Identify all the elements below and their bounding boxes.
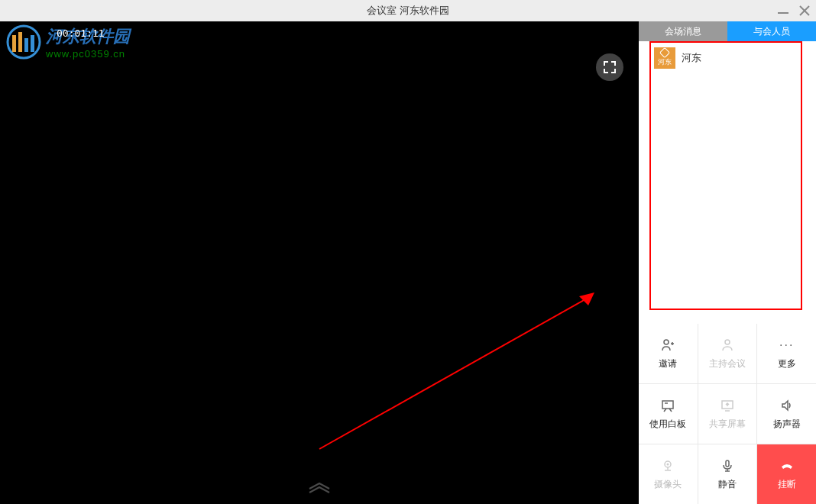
svg-rect-14 [662, 401, 673, 409]
svg-point-21 [667, 463, 669, 465]
whiteboard-button[interactable]: 使用白板 [639, 384, 698, 444]
expand-toolbar-button[interactable] [308, 481, 331, 496]
participant-item[interactable]: 河东 河东 [651, 43, 801, 73]
share-screen-icon [720, 398, 735, 413]
main-area: 河东软件园 www.pc0359.cn 00:01:11 会场消息 与会人员 [0, 21, 816, 504]
more-label: 更多 [778, 357, 796, 370]
participant-avatar: 河东 [654, 47, 675, 69]
participant-panel: 河东 河东 [639, 41, 816, 324]
invite-button[interactable]: 邀请 [639, 324, 698, 383]
action-grid: 邀请 主持会议 ··· 更多 使用白板 [639, 324, 816, 504]
speaker-label: 扬声器 [773, 418, 801, 431]
svg-rect-5 [18, 32, 22, 52]
call-timer: 00:01:11 [57, 27, 105, 39]
invite-label: 邀请 [659, 357, 677, 370]
video-area: 河东软件园 www.pc0359.cn 00:01:11 [0, 21, 639, 504]
window-controls [776, 0, 811, 21]
speaker-button[interactable]: 扬声器 [757, 384, 816, 444]
mute-button[interactable]: 静音 [698, 444, 757, 504]
camera-button[interactable]: 摄像头 [639, 444, 698, 504]
hangup-icon [779, 458, 795, 473]
svg-line-8 [319, 296, 591, 449]
annotation-arrow [312, 289, 602, 457]
more-icon: ··· [779, 338, 795, 353]
window-title: 会议室 河东软件园 [367, 4, 449, 18]
svg-point-10 [664, 340, 669, 344]
svg-rect-7 [31, 35, 34, 52]
side-panel: 会场消息 与会人员 河东 河东 邀请 [639, 21, 816, 504]
close-button[interactable] [798, 4, 811, 18]
titlebar: 会议室 河东软件园 [0, 0, 816, 21]
watermark-url: www.pc0359.cn [46, 48, 130, 60]
svg-point-13 [725, 340, 730, 344]
microphone-icon [720, 458, 735, 473]
host-icon [720, 338, 735, 353]
tab-messages[interactable]: 会场消息 [639, 21, 727, 41]
hangup-button[interactable]: 挂断 [757, 444, 816, 504]
host-label: 主持会议 [709, 357, 746, 370]
camera-label: 摄像头 [654, 478, 682, 491]
svg-marker-9 [579, 292, 594, 305]
more-button[interactable]: ··· 更多 [757, 324, 816, 383]
whiteboard-icon [660, 398, 675, 413]
minimize-button[interactable] [776, 4, 790, 18]
invite-icon [660, 338, 675, 353]
camera-icon [660, 458, 675, 473]
tab-participants[interactable]: 与会人员 [727, 21, 816, 41]
whiteboard-label: 使用白板 [649, 418, 686, 431]
annotation-highlight-box: 河东 河东 [649, 41, 802, 310]
speaker-icon [779, 398, 795, 413]
participant-name: 河东 [682, 51, 701, 65]
side-tabs: 会场消息 与会人员 [639, 21, 816, 41]
host-button[interactable]: 主持会议 [698, 324, 757, 383]
fullscreen-button[interactable] [596, 53, 623, 81]
svg-rect-4 [12, 35, 16, 52]
mute-label: 静音 [718, 478, 737, 491]
avatar-label: 河东 [658, 57, 672, 67]
share-screen-label: 共享屏幕 [709, 418, 746, 431]
hangup-label: 挂断 [778, 478, 796, 491]
logo-icon [6, 24, 41, 60]
svg-rect-6 [24, 38, 28, 52]
share-screen-button[interactable]: 共享屏幕 [698, 384, 757, 444]
svg-rect-24 [726, 460, 729, 467]
